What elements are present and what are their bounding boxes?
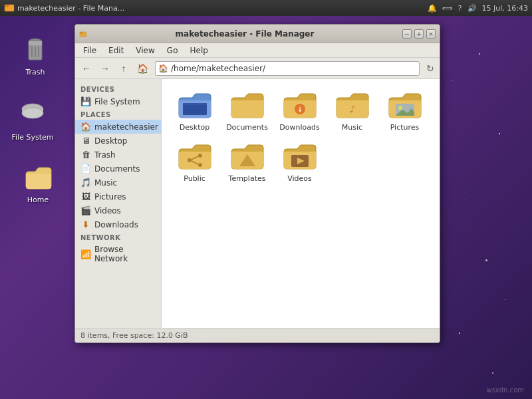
videos-sidebar-icon: 🎬 [80,205,91,215]
templates-folder-label: Templates [229,174,266,183]
menu-view[interactable]: View [130,45,160,57]
svg-text:♪: ♪ [349,104,355,114]
window-menu-icon [79,30,87,38]
pictures-folder-label: Pictures [390,123,420,132]
sidebar-item-downloads[interactable]: ⬇ Downloads [75,217,161,231]
sidebar-pictures-label: Pictures [94,192,126,201]
svg-point-22 [198,163,202,167]
file-item-pictures[interactable]: Pictures [380,87,430,136]
trash-sidebar-icon: 🗑 [80,150,91,160]
filesystem-label: File System [12,133,54,142]
taskbar-app-icon [4,3,15,13]
watermark: wsxdn.com [486,386,524,394]
sidebar-item-filesystem[interactable]: 💾 File System [75,94,161,108]
places-section-label: PLACES [75,108,161,120]
sidebar-item-maketecheasier[interactable]: 🏠 maketecheasier [75,120,161,134]
network-sidebar-icon: 📶 [80,249,91,259]
taskbar-right: 🔔 ⟺ ? 🔊 15 Jul, 16:43 [428,4,528,13]
sidebar-network-label: Browse Network [94,245,156,263]
taskbar: maketecheasier - File Mana... 🔔 ⟺ ? 🔊 15… [0,0,532,16]
file-item-desktop[interactable]: Desktop [170,87,219,136]
trash-icon [19,33,51,65]
window-body: DEVICES 💾 File System PLACES 🏠 maketeche… [75,79,440,328]
sidebar-item-music[interactable]: 🎵 Music [75,176,161,190]
file-item-videos[interactable]: Videos [275,138,325,187]
window-controls: − + × [402,29,436,39]
home-nav-button[interactable]: 🏠 [134,60,151,77]
menu-file[interactable]: File [78,45,102,57]
downloads-folder-label: Downloads [279,123,319,132]
forward-button[interactable]: → [96,60,114,77]
sidebar-item-documents[interactable]: 📄 Documents [75,162,161,176]
address-text: /home/maketecheasier/ [171,64,416,73]
window-titlebar: maketecheasier - File Manager − + × [75,25,440,43]
sidebar-item-desktop[interactable]: 🖥 Desktop [75,134,161,148]
sidebar-item-pictures[interactable]: 🖼 Pictures [75,190,161,203]
taskbar-title: maketecheasier - File Mana... [17,4,124,13]
file-item-public[interactable]: Public [170,138,219,187]
videos-folder-icon [283,142,317,172]
file-manager-window: maketecheasier - File Manager − + × File… [74,24,440,343]
close-button[interactable]: × [426,29,436,39]
desktop-icon-trash[interactable]: Trash [12,33,59,76]
public-folder-icon [178,142,212,172]
back-button[interactable]: ← [78,60,95,77]
file-item-templates[interactable]: Templates [222,138,272,187]
sidebar-trash-label: Trash [94,150,116,160]
minimize-button[interactable]: − [402,29,412,39]
sidebar-videos-label: Videos [94,206,121,215]
desktop-icon-filesystem[interactable]: File System [9,98,56,142]
file-item-documents[interactable]: Documents [222,87,272,136]
desktop-folder-label: Desktop [180,123,209,132]
refresh-button[interactable]: ↻ [424,62,437,75]
menubar: File Edit View Go Help [75,43,440,58]
svg-point-10 [22,108,43,118]
svg-rect-12 [80,32,83,34]
sidebar-desktop-label: Desktop [94,136,128,146]
connection-icon: ⟺ [442,4,453,13]
music-sidebar-icon: 🎵 [80,178,91,188]
svg-rect-1 [5,5,9,7]
file-item-downloads[interactable]: ↓ Downloads [275,87,325,136]
toolbar: ← → ↑ 🏠 🏠 /home/maketecheasier/ ↻ [75,58,440,79]
menu-help[interactable]: Help [184,45,213,57]
svg-point-20 [188,158,192,162]
sidebar-item-browse-network[interactable]: 📶 Browse Network [75,243,161,265]
menu-edit[interactable]: Edit [103,45,129,57]
taskbar-left: maketecheasier - File Mana... [4,3,124,13]
network-section-label: NETWORK [75,231,161,243]
up-button[interactable]: ↑ [115,60,132,77]
documents-sidebar-icon: 📄 [80,164,91,174]
address-home-icon: 🏠 [158,64,168,73]
home-sidebar-icon: 🏠 [80,122,91,132]
file-item-music[interactable]: ♪ Music [327,87,377,136]
datetime: 15 Jul, 16:43 [482,4,528,13]
home-label: Home [27,196,49,204]
address-bar[interactable]: 🏠 /home/maketecheasier/ [155,61,420,76]
downloads-sidebar-icon: ⬇ [80,219,91,229]
public-folder-label: Public [184,174,205,183]
sidebar-maketecheasier-label: maketecheasier [94,122,158,132]
sidebar: DEVICES 💾 File System PLACES 🏠 maketeche… [75,79,162,328]
filesystem-icon [17,98,49,130]
svg-point-21 [198,154,202,158]
sidebar-filesystem-label: File System [94,97,140,106]
downloads-folder-icon: ↓ [283,91,317,120]
svg-rect-4 [29,41,42,45]
help-icon: ? [458,4,462,13]
filesystem-sidebar-icon: 💾 [80,96,91,106]
sidebar-item-trash[interactable]: 🗑 Trash [75,148,161,162]
desktop-sidebar-icon: 🖥 [80,136,91,146]
sidebar-item-videos[interactable]: 🎬 Videos [75,203,161,217]
devices-section-label: DEVICES [75,83,161,94]
file-grid: Desktop Documents ↓ Downloads [162,79,440,328]
desktop-icon-home[interactable]: Home [15,161,61,204]
svg-rect-14 [183,103,207,105]
videos-folder-label: Videos [287,174,312,183]
home-icon [22,161,54,193]
maximize-button[interactable]: + [414,29,424,39]
templates-folder-icon [230,142,265,172]
sidebar-music-label: Music [94,178,117,188]
menu-go[interactable]: Go [162,45,184,57]
volume-icon: 🔊 [467,4,477,13]
